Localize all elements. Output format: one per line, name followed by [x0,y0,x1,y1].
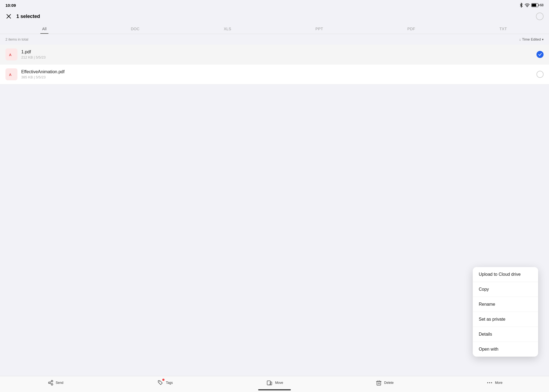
tags-icon [157,379,164,387]
svg-line-13 [50,383,51,384]
sort-button[interactable]: ↓ Time Edited ▾ [519,37,544,41]
pdf-icon-2: A [5,68,17,80]
svg-point-9 [48,382,50,384]
header-left: 1 selected [4,12,40,21]
sort-chevron: ▾ [542,38,544,41]
file-meta-2: 385 KB | 5/5/23 [21,75,536,79]
svg-line-12 [50,382,51,382]
svg-point-2 [527,7,527,7]
status-bar: 10:09 68 [0,0,549,9]
sort-bar: 2 items in total ↓ Time Edited ▾ [0,34,549,45]
file-icon-2: A [5,68,17,80]
tab-doc[interactable]: DOC [126,24,144,34]
checkmark-icon-1 [538,53,542,56]
menu-item-upload[interactable]: Upload to Cloud drive [473,267,538,282]
sort-down-arrow: ↓ [519,37,521,41]
pdf-icon-1: A [5,48,17,60]
file-list: A 1.pdf 212 KB | 5/5/23 A [0,45,549,84]
svg-text:A: A [9,73,12,77]
header: 1 selected [0,9,549,23]
send-icon [47,379,54,387]
svg-point-24 [491,382,492,383]
menu-item-openwith[interactable]: Open with [473,342,538,357]
check-circle-2[interactable] [536,71,544,78]
file-meta-1: 212 KB | 5/5/23 [21,55,536,59]
wifi-icon [525,3,530,7]
toolbar-send[interactable]: Send [0,379,110,387]
check-circle-1[interactable] [536,51,544,58]
toolbar-move-label: Move [275,381,283,385]
toolbar-send-label: Send [56,381,63,385]
tags-notification-dot [162,379,164,381]
svg-point-14 [159,381,160,382]
menu-item-rename[interactable]: Rename [473,297,538,312]
svg-point-23 [489,382,490,383]
svg-point-11 [51,384,53,385]
selected-count: 1 selected [16,14,40,19]
battery-level: 68 [540,3,544,7]
close-icon [6,14,11,19]
bluetooth-icon [519,3,523,8]
pdf-symbol-2: A [8,71,15,78]
file-item-2[interactable]: A EffectiveAnimation.pdf 385 KB | 5/5/23 [0,65,549,84]
toolbar-delete-label: Delete [384,381,394,385]
move-icon [266,379,273,387]
status-time: 10:09 [5,3,16,8]
toolbar-tags[interactable]: Tags [110,379,219,387]
filter-tabs: All DOC XLS PPT PDF TXT [0,23,549,34]
menu-item-private[interactable]: Set as private [473,312,538,327]
tab-txt[interactable]: TXT [495,24,511,34]
select-all-button[interactable] [536,13,544,20]
context-menu: Upload to Cloud drive Copy Rename Set as… [473,267,538,357]
more-icon [486,379,493,387]
toolbar-more[interactable]: More [439,379,549,387]
toolbar-more-label: More [495,381,502,385]
pdf-symbol-1: A [8,51,15,58]
file-name-2: EffectiveAnimation.pdf [21,69,536,74]
tab-pdf[interactable]: PDF [403,24,420,34]
delete-icon [375,379,383,387]
close-button[interactable] [4,12,13,21]
sort-label-text: Time Edited [522,37,541,41]
svg-rect-16 [377,381,381,385]
items-count: 2 items in total [5,37,28,41]
menu-item-copy[interactable]: Copy [473,282,538,297]
toolbar-tags-label: Tags [166,381,173,385]
svg-point-10 [51,380,53,382]
home-indicator [258,389,291,390]
file-info-1: 1.pdf 212 KB | 5/5/23 [21,50,536,59]
tab-all[interactable]: All [38,24,51,34]
file-name-1: 1.pdf [21,50,536,54]
status-icons: 68 [519,3,544,8]
toolbar-delete[interactable]: Delete [330,379,439,387]
battery-icon [531,3,538,7]
menu-item-details[interactable]: Details [473,327,538,342]
file-icon-1: A [5,48,17,60]
file-item-1[interactable]: A 1.pdf 212 KB | 5/5/23 [0,45,549,65]
tab-ppt[interactable]: PPT [311,24,327,34]
toolbar-move[interactable]: Move [219,379,329,387]
svg-text:A: A [9,53,12,57]
file-info-2: EffectiveAnimation.pdf 385 KB | 5/5/23 [21,69,536,79]
svg-point-22 [487,382,488,383]
tab-xls[interactable]: XLS [219,24,236,34]
